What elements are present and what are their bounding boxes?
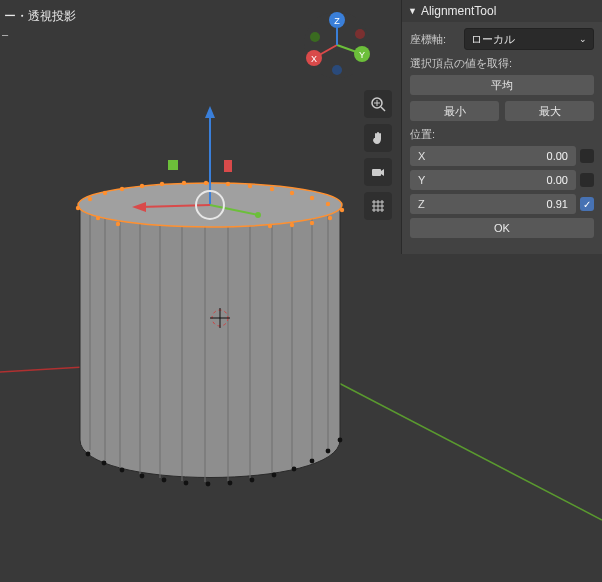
svg-point-25: [248, 184, 252, 188]
pan-button[interactable]: [364, 124, 392, 152]
svg-point-30: [340, 208, 344, 212]
zoom-button[interactable]: [364, 90, 392, 118]
camera-icon: [370, 164, 386, 180]
coord-axis-label: 座標軸:: [410, 32, 458, 47]
svg-point-24: [226, 182, 230, 186]
header-dash: –: [2, 28, 8, 40]
svg-point-22: [182, 181, 186, 185]
svg-point-45: [250, 478, 255, 483]
view-mode-label: ー・透視投影: [4, 8, 76, 25]
svg-point-75: [332, 65, 342, 75]
pos-y-check[interactable]: [580, 173, 594, 187]
pos-x-field[interactable]: X 0.00: [410, 146, 576, 166]
svg-rect-80: [372, 169, 381, 176]
svg-point-42: [184, 481, 189, 486]
svg-text:Z: Z: [334, 16, 340, 26]
svg-point-56: [255, 212, 261, 218]
pos-y-value: 0.00: [547, 174, 568, 186]
pos-y-label: Y: [418, 174, 425, 186]
chevron-down-icon: ⌄: [579, 34, 587, 44]
svg-point-29: [326, 202, 330, 206]
svg-line-53: [140, 205, 210, 207]
grid-icon: [370, 198, 386, 214]
svg-point-21: [160, 182, 164, 186]
panel-header[interactable]: ▼ AlignmentTool: [402, 0, 602, 22]
svg-rect-59: [224, 160, 232, 172]
viewport-3d[interactable]: ー・透視投影 –: [0, 0, 602, 582]
svg-point-28: [310, 196, 314, 200]
svg-line-1: [285, 355, 602, 520]
panel-title: AlignmentTool: [421, 4, 496, 18]
svg-point-74: [310, 32, 320, 42]
position-label: 位置:: [410, 127, 594, 142]
svg-point-19: [120, 187, 124, 191]
avg-button[interactable]: 平均: [410, 75, 594, 95]
grid-button[interactable]: [364, 192, 392, 220]
camera-button[interactable]: [364, 158, 392, 186]
svg-point-18: [103, 191, 107, 195]
alignment-tool-panel: ▼ AlignmentTool 座標軸: ローカル ⌄ 選択頂点の値を取得: 平…: [401, 0, 602, 254]
svg-text:X: X: [311, 54, 317, 64]
svg-point-38: [102, 461, 107, 466]
pos-y-field[interactable]: Y 0.00: [410, 170, 576, 190]
move-gizmo: [132, 106, 261, 219]
svg-point-27: [290, 191, 294, 195]
max-button[interactable]: 最大: [505, 101, 594, 121]
svg-point-32: [310, 221, 314, 225]
svg-point-16: [76, 206, 80, 210]
pos-z-label: Z: [418, 198, 425, 210]
coord-axis-select[interactable]: ローカル ⌄: [464, 28, 594, 50]
pos-x-check[interactable]: [580, 149, 594, 163]
axis-gizmo[interactable]: X Y Z: [302, 10, 372, 80]
hand-icon: [370, 130, 386, 146]
get-selection-label: 選択頂点の値を取得:: [410, 56, 594, 71]
svg-point-44: [228, 481, 233, 486]
svg-point-57: [196, 191, 224, 219]
svg-line-0: [0, 355, 285, 372]
svg-point-50: [338, 438, 343, 443]
svg-line-55: [210, 205, 258, 215]
pos-x-label: X: [418, 150, 425, 162]
svg-point-23: [204, 181, 208, 185]
zoom-icon: [370, 96, 386, 112]
svg-point-48: [310, 459, 315, 464]
pos-z-field[interactable]: Z 0.91: [410, 194, 576, 214]
svg-point-40: [140, 474, 145, 479]
pos-z-check[interactable]: ✓: [580, 197, 594, 211]
svg-line-77: [381, 107, 385, 111]
svg-text:Y: Y: [359, 50, 365, 60]
svg-point-47: [292, 467, 297, 472]
svg-point-37: [86, 452, 91, 457]
svg-point-60: [212, 310, 228, 326]
svg-point-15: [78, 183, 342, 227]
svg-point-31: [328, 216, 332, 220]
coord-axis-value: ローカル: [471, 32, 515, 47]
viewport-tools: [364, 90, 392, 220]
pos-z-value: 0.91: [547, 198, 568, 210]
disclosure-icon: ▼: [408, 6, 417, 16]
svg-point-73: [355, 29, 365, 39]
svg-point-34: [268, 224, 272, 228]
svg-marker-54: [132, 202, 146, 212]
svg-point-46: [272, 473, 277, 478]
pos-x-value: 0.00: [547, 150, 568, 162]
svg-point-43: [206, 482, 211, 487]
cursor-3d: [210, 308, 230, 328]
svg-point-17: [88, 197, 92, 201]
svg-point-49: [326, 449, 331, 454]
svg-marker-52: [205, 106, 215, 118]
svg-point-26: [270, 187, 274, 191]
svg-rect-58: [168, 160, 178, 170]
svg-point-41: [162, 478, 167, 483]
svg-point-39: [120, 468, 125, 473]
svg-point-36: [96, 216, 100, 220]
min-button[interactable]: 最小: [410, 101, 499, 121]
svg-point-33: [290, 223, 294, 227]
svg-point-20: [140, 184, 144, 188]
ok-button[interactable]: OK: [410, 218, 594, 238]
svg-point-35: [116, 222, 120, 226]
